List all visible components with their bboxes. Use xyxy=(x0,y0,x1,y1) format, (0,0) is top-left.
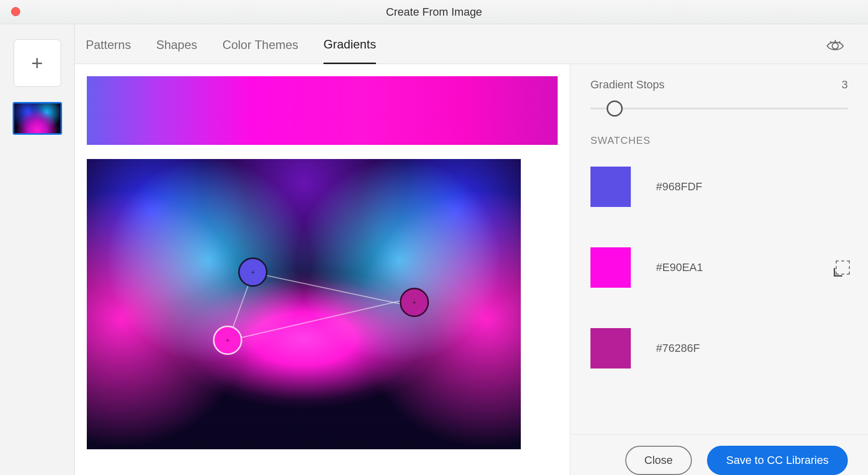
sidebar: + xyxy=(0,24,75,475)
color-picker-handle-2[interactable] xyxy=(400,288,429,317)
panel-footer: Close Save to CC Libraries xyxy=(570,434,868,475)
gradient-preview-strip xyxy=(87,76,558,145)
swatch-row: #76286F xyxy=(570,308,868,389)
save-to-cc-libraries-button[interactable]: Save to CC Libraries xyxy=(707,446,848,475)
tab-patterns[interactable]: Patterns xyxy=(86,38,131,63)
image-thumbnail-selected[interactable] xyxy=(13,102,62,135)
thumbnail-preview xyxy=(14,103,61,133)
close-window-icon[interactable] xyxy=(11,7,20,16)
swatch-row: #E90EA1 xyxy=(570,227,868,308)
swatch-hex-3: #76286F xyxy=(656,342,700,355)
color-picker-handle-1[interactable] xyxy=(238,257,267,287)
swatches-heading: SWATCHES xyxy=(570,120,868,146)
sensei-eye-icon[interactable] xyxy=(825,35,846,57)
tab-color-themes[interactable]: Color Themes xyxy=(223,38,298,63)
main-canvas-area xyxy=(75,64,570,475)
window-traffic-lights xyxy=(11,7,20,16)
gradient-stops-slider[interactable] xyxy=(590,102,848,115)
swatch-chip-1[interactable] xyxy=(590,167,631,207)
gradient-stops-label: Gradient Stops xyxy=(590,78,665,91)
color-picker-handle-3[interactable] xyxy=(213,326,242,355)
swatch-chip-3[interactable] xyxy=(590,328,631,368)
plus-icon: + xyxy=(31,52,43,75)
picker-connector-line xyxy=(228,298,410,341)
gradient-properties-panel: Gradient Stops 3 SWATCHES #968FDF #E90EA xyxy=(570,64,868,475)
slider-track xyxy=(590,108,848,110)
tab-gradients[interactable]: Gradients xyxy=(323,37,376,64)
swatch-hex-1: #968FDF xyxy=(656,180,702,193)
swatch-hex-2: #E90EA1 xyxy=(656,261,703,274)
swatch-chip-2[interactable] xyxy=(590,247,631,288)
tab-bar: Patterns Shapes Color Themes Gradients xyxy=(75,24,868,64)
tab-shapes[interactable]: Shapes xyxy=(156,38,197,63)
crop-icon[interactable] xyxy=(836,260,850,275)
svg-point-0 xyxy=(832,43,838,49)
window-title: Create From Image xyxy=(386,6,482,19)
close-button[interactable]: Close xyxy=(625,446,692,475)
gradient-stops-value: 3 xyxy=(842,78,848,91)
add-image-button[interactable]: + xyxy=(14,39,61,87)
swatch-row: #968FDF xyxy=(570,146,868,227)
slider-thumb[interactable] xyxy=(607,100,623,117)
source-image[interactable] xyxy=(87,159,521,449)
window-titlebar: Create From Image xyxy=(0,0,868,24)
picker-connector-line xyxy=(253,272,405,305)
